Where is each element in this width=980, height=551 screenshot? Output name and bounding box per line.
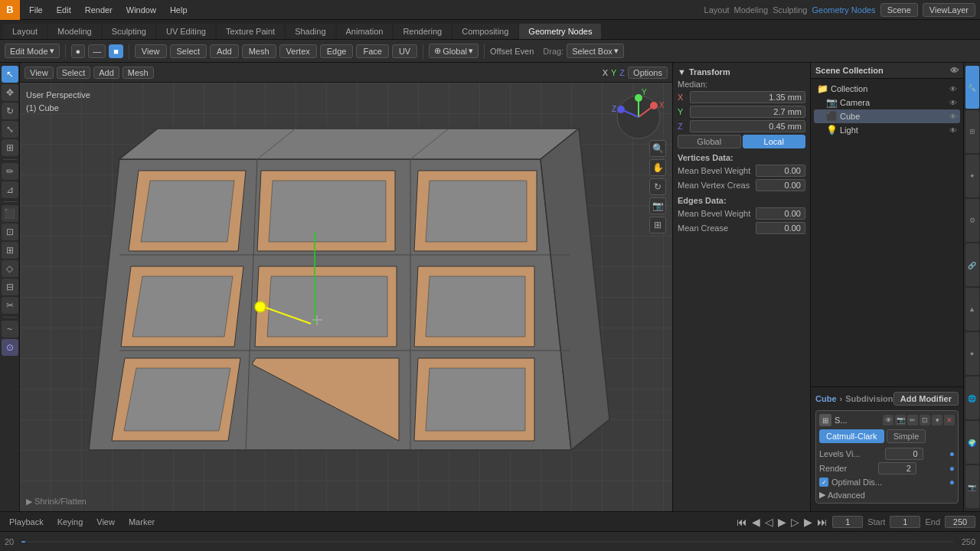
zoom-btn[interactable]: 🔍 — [649, 140, 666, 157]
tool-smooth[interactable]: ~ — [2, 321, 18, 337]
grid-btn[interactable]: ⊞ — [649, 217, 666, 233]
vh-add[interactable]: Add — [93, 67, 119, 79]
mean-vertex-creas-field[interactable]: 0.00 — [756, 179, 805, 191]
mode-selector[interactable]: Edit Mode ▾ — [5, 44, 60, 58]
edge-tab-modifier[interactable]: ⊞ — [965, 110, 979, 153]
scene-eye-icon[interactable]: 👁 — [950, 66, 959, 75]
menu-edit[interactable]: Edit — [51, 4, 77, 16]
camera-eye[interactable]: 👁 — [949, 99, 957, 107]
btn-prev-frame[interactable]: ◀ — [752, 516, 760, 528]
tool-transform[interactable]: ⊞ — [2, 139, 18, 156]
edge-tab-physics[interactable]: ⚙ — [965, 199, 979, 242]
btn-edge[interactable]: Edge — [320, 44, 354, 58]
tool-move[interactable]: ✥ — [2, 84, 18, 101]
tool-cursor[interactable]: ↖ — [2, 66, 18, 83]
tab-rendering[interactable]: Rendering — [394, 24, 451, 39]
scene-selector[interactable]: Scene — [880, 3, 918, 17]
tool-add-cube[interactable]: ⬛ — [2, 205, 18, 222]
timeline-playback[interactable]: Playback — [5, 516, 48, 528]
btn-prev-keyframe[interactable]: ◁ — [765, 516, 773, 528]
tab-shading[interactable]: Shading — [286, 24, 335, 39]
btn-next-frame[interactable]: ▶ — [804, 516, 812, 528]
timeline-view[interactable]: View — [92, 516, 119, 528]
tab-texture-paint[interactable]: Texture Paint — [217, 24, 284, 39]
global-btn[interactable]: Global — [678, 135, 741, 148]
tree-item-light[interactable]: 💡 Light 👁 — [814, 123, 960, 137]
axis-x-btn[interactable]: X — [603, 68, 608, 77]
vh-mesh[interactable]: Mesh — [122, 67, 154, 79]
tab-modeling[interactable]: Modeling — [48, 24, 101, 39]
tree-item-cube[interactable]: ⬛ Cube 👁 — [814, 109, 960, 123]
timeline-scrubber[interactable] — [21, 541, 953, 543]
tool-knife[interactable]: ✂ — [2, 297, 18, 314]
viewlayer-selector[interactable]: ViewLayer — [923, 3, 975, 17]
orbit-btn[interactable]: ↻ — [649, 178, 666, 195]
levels-vi-field[interactable]: 0 — [885, 448, 923, 460]
btn-face[interactable]: Face — [356, 44, 388, 58]
menu-render[interactable]: Render — [79, 4, 119, 16]
vh-view[interactable]: View — [24, 67, 54, 79]
menu-window[interactable]: Window — [120, 4, 162, 16]
tab-sculpting[interactable]: Sculpting — [103, 24, 155, 39]
current-frame-field[interactable]: 1 — [832, 516, 863, 528]
z-field[interactable]: 0.45 mm — [690, 120, 805, 132]
btn-edge-mode[interactable]: — — [88, 44, 106, 58]
vh-select[interactable]: Select — [57, 67, 91, 79]
axis-z-btn[interactable]: Z — [619, 68, 625, 77]
tree-item-camera[interactable]: 📷 Camera 👁 — [814, 96, 960, 109]
btn-add[interactable]: Add — [210, 44, 239, 58]
tool-loop-cut[interactable]: ⊟ — [2, 279, 18, 295]
transform-section-header[interactable]: ▼ Transform — [678, 67, 805, 77]
timeline-keying[interactable]: Keying — [53, 516, 88, 528]
levels-vi-dot[interactable]: ● — [949, 448, 955, 459]
mean-bevel-weight-e-field[interactable]: 0.00 — [756, 207, 805, 220]
light-eye[interactable]: 👁 — [949, 126, 957, 135]
edge-tab-particles[interactable]: ✦ — [965, 155, 979, 197]
tab-layout[interactable]: Layout — [3, 24, 47, 39]
select-box-dropdown[interactable]: Select Box ▾ — [567, 44, 624, 58]
btn-vertex[interactable]: Vertex — [279, 44, 317, 58]
mod-ctrl-delete[interactable]: ✕ — [944, 415, 955, 425]
mod-ctrl-render[interactable]: 📷 — [895, 415, 906, 425]
x-field[interactable]: 1.35 mm — [690, 91, 805, 103]
simple-tab[interactable]: Simple — [887, 429, 926, 443]
y-field[interactable]: 2.7 mm — [690, 106, 805, 118]
btn-select[interactable]: Select — [170, 44, 207, 58]
menu-file[interactable]: File — [23, 4, 49, 16]
transform-selector[interactable]: ⊕ Global ▾ — [429, 44, 479, 58]
local-btn[interactable]: Local — [743, 135, 806, 148]
tool-bevel[interactable]: ◇ — [2, 260, 18, 277]
btn-play[interactable]: ▶ — [778, 516, 786, 528]
axis-y-btn[interactable]: Y — [611, 68, 616, 77]
btn-vertex-mode[interactable]: ● — [71, 44, 86, 58]
optimal-dis-dot[interactable]: ● — [949, 477, 955, 487]
add-modifier-btn[interactable]: Add Modifier — [893, 392, 959, 406]
btn-skip-end[interactable]: ⏭ — [817, 516, 828, 528]
cube-eye[interactable]: 👁 — [949, 112, 957, 121]
btn-face-mode[interactable]: ■ — [109, 44, 123, 58]
mean-crease-field[interactable]: 0.00 — [756, 222, 805, 234]
menu-help[interactable]: Help — [164, 4, 194, 16]
render-field[interactable]: 2 — [878, 462, 916, 474]
viewport-3d[interactable]: X Y Z User Perspective (1) Cube 🔍 ✋ ↻ 📷 … — [20, 83, 672, 511]
tool-measure[interactable]: ⊿ — [2, 181, 18, 198]
tool-rotate[interactable]: ↻ — [2, 103, 18, 119]
mod-ctrl-edit[interactable]: ✏ — [907, 415, 918, 425]
camera-view-btn[interactable]: 📷 — [649, 197, 666, 214]
btn-skip-start[interactable]: ⏮ — [737, 516, 747, 528]
mod-ctrl-dropdown[interactable]: ▾ — [932, 415, 942, 425]
options-btn[interactable]: Options — [628, 67, 668, 79]
btn-next-keyframe[interactable]: ▷ — [791, 516, 799, 528]
tab-compositing[interactable]: Compositing — [452, 24, 518, 39]
tab-geometry-nodes[interactable]: Geometry Nodes — [519, 24, 601, 39]
mod-ctrl-vis[interactable]: 👁 — [883, 415, 893, 425]
edge-tab-material[interactable]: ● — [965, 332, 979, 375]
catmull-clark-tab[interactable]: Catmull-Clark — [819, 429, 884, 443]
tool-scale[interactable]: ⤡ — [2, 121, 18, 138]
tab-uv-editing[interactable]: UV Editing — [157, 24, 215, 39]
timeline-marker[interactable]: Marker — [124, 516, 159, 528]
btn-mesh[interactable]: Mesh — [242, 44, 276, 58]
btn-uv[interactable]: UV — [392, 44, 417, 58]
optimal-dis-checkbox[interactable]: ✓ — [819, 478, 828, 487]
edge-tab-scene[interactable]: 🌐 — [965, 377, 979, 419]
